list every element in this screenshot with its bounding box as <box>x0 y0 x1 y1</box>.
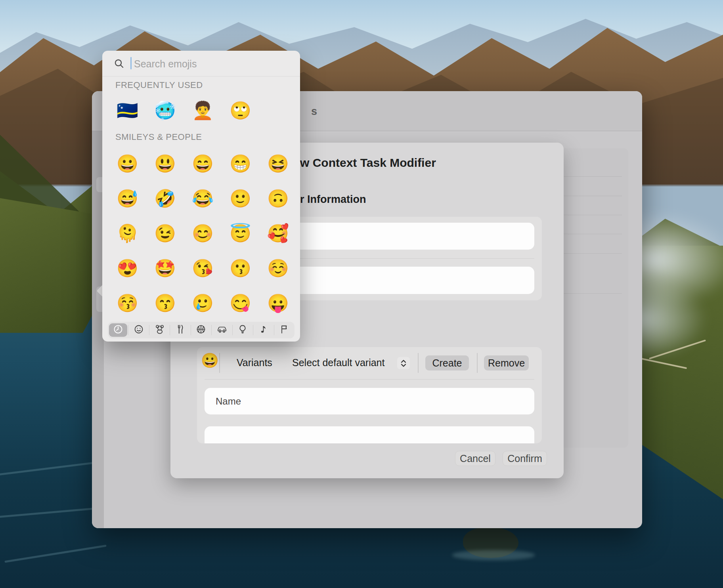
dialog-section-header: r Information <box>300 193 366 206</box>
emoji-picker-popover: FREQUENTLY USED 🇨🇼 🥶 🧑‍🦱 🙄 SMILEYS & PEO… <box>102 51 300 342</box>
emoji-cell[interactable]: 😘 <box>184 251 222 286</box>
text-caret <box>130 57 132 69</box>
category-activity[interactable] <box>191 322 211 338</box>
emoji-picker-button[interactable]: 😀 <box>201 353 219 368</box>
create-button[interactable]: Create <box>425 355 469 370</box>
emoji-cell[interactable]: 😅 <box>109 181 146 216</box>
variants-group-panel: 😀 Variants Select default variant Create… <box>197 347 542 443</box>
separator <box>418 353 419 373</box>
remove-button[interactable]: Remove <box>484 355 529 370</box>
category-food[interactable] <box>170 322 190 338</box>
name-field[interactable] <box>205 388 534 414</box>
emoji-category-bar <box>108 322 295 338</box>
separator <box>102 76 300 76</box>
music-note-icon <box>258 324 269 336</box>
window-title-visible: s <box>311 105 317 118</box>
emoji-cell[interactable]: 😋 <box>222 286 259 321</box>
fork-knife-icon <box>175 324 186 336</box>
emoji-cell[interactable]: 🙄 <box>222 96 259 125</box>
emoji-cell[interactable]: 🤣 <box>146 181 184 216</box>
teddy-bear-icon <box>155 324 165 336</box>
name-input[interactable] <box>205 388 534 414</box>
variants-row: 😀 Variants Select default variant Create… <box>197 347 542 379</box>
emoji-cell[interactable]: 😗 <box>222 251 259 286</box>
emoji-cell[interactable]: 😍 <box>109 251 146 286</box>
emoji-cell[interactable]: 🥶 <box>146 96 184 125</box>
emoji-cell[interactable]: 🤩 <box>146 251 184 286</box>
emoji-cell[interactable]: 😙 <box>146 286 184 321</box>
emoji-cell[interactable]: 😊 <box>184 216 222 251</box>
default-variant-select[interactable]: Select default variant <box>292 357 384 368</box>
emoji-cell[interactable]: 😁 <box>222 146 259 181</box>
category-animals[interactable] <box>149 322 170 338</box>
emoji-cell[interactable]: 🙂 <box>222 181 259 216</box>
wallpaper-sea-wake <box>452 550 535 560</box>
emoji-cell[interactable]: 🇨🇼 <box>109 96 146 125</box>
category-travel[interactable] <box>212 322 232 338</box>
emoji-cell[interactable]: 😛 <box>259 286 297 321</box>
category-objects[interactable] <box>233 322 253 338</box>
emoji-cell[interactable]: 🫠 <box>109 216 146 251</box>
emoji-cell[interactable]: 😄 <box>184 146 222 181</box>
variants-label: Variants <box>237 357 272 368</box>
emoji-cell[interactable]: 😉 <box>146 216 184 251</box>
category-smileys[interactable] <box>128 322 149 338</box>
emoji-cell[interactable]: 😀 <box>109 146 146 181</box>
smiley-icon <box>134 324 144 336</box>
frequently-used-header: FREQUENTLY USED <box>115 80 203 90</box>
confirm-button[interactable]: Confirm <box>503 451 547 466</box>
emoji-cell[interactable]: 🙃 <box>259 181 297 216</box>
emoji-cell[interactable]: 😆 <box>259 146 297 181</box>
lightbulb-icon <box>237 324 248 336</box>
cancel-button[interactable]: Cancel <box>455 451 495 466</box>
select-chevrons-icon[interactable] <box>397 357 410 369</box>
clipped-text-field[interactable] <box>205 426 534 443</box>
emoji-search-row <box>102 51 300 76</box>
category-recently-used[interactable] <box>108 322 128 338</box>
clock-icon <box>113 324 123 336</box>
emoji-cell[interactable]: 😃 <box>146 146 184 181</box>
emoji-cell[interactable]: 😂 <box>184 181 222 216</box>
search-input[interactable] <box>133 55 285 72</box>
smileys-people-header: SMILEYS & PEOPLE <box>115 132 202 142</box>
screenshot-root: { "colors": { "popover_bg": "#ebeaea", "… <box>0 0 723 588</box>
separator <box>219 353 220 373</box>
category-symbols[interactable] <box>253 322 274 338</box>
frequently-used-grid: 🇨🇼 🥶 🧑‍🦱 🙄 <box>109 96 297 125</box>
search-icon <box>114 58 124 71</box>
emoji-cell[interactable]: 😚 <box>109 286 146 321</box>
emoji-cell[interactable]: 🧑‍🦱 <box>184 96 222 125</box>
flag-icon <box>279 324 289 336</box>
emoji-cell[interactable]: ☺️ <box>259 251 297 286</box>
emoji-cell[interactable]: 🥲 <box>184 286 222 321</box>
separator <box>205 379 534 380</box>
car-icon <box>216 324 228 336</box>
category-flags[interactable] <box>274 322 295 338</box>
smileys-grid: 😀 😃 😄 😁 😆 😅 🤣 😂 🙂 🙃 🫠 😉 😊 😇 🥰 😍 🤩 😘 😗 ☺️… <box>109 146 297 321</box>
emoji-cell[interactable]: 🥰 <box>259 216 297 251</box>
dialog-title: w Context Task Modifier <box>300 156 436 170</box>
basketball-icon <box>196 324 206 336</box>
separator <box>477 353 478 373</box>
emoji-cell[interactable]: 😇 <box>222 216 259 251</box>
